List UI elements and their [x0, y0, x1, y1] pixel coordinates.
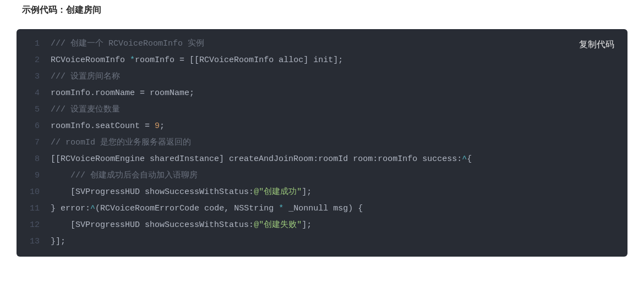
copy-code-button[interactable]: 复制代码	[579, 39, 614, 51]
code-block: 复制代码 12345678910111213 /// 创建一个 RCVoiceR…	[17, 29, 627, 257]
line-number: 2	[30, 52, 40, 69]
code-line: [SVProgressHUD showSuccessWithStatus:@"创…	[51, 184, 614, 201]
line-number: 5	[30, 102, 40, 118]
code-content[interactable]: /// 创建一个 RCVoiceRoomInfo 实例RCVoiceRoomIn…	[51, 36, 627, 250]
code-line: /// 设置麦位数量	[51, 102, 614, 118]
code-line: } error:^(RCVoiceRoomErrorCode code, NSS…	[51, 201, 614, 217]
line-number: 9	[30, 168, 40, 184]
line-number: 1	[30, 36, 40, 52]
section-title: 示例代码：创建房间	[22, 4, 627, 16]
line-number: 13	[30, 234, 40, 250]
code-line: [SVProgressHUD showSuccessWithStatus:@"创…	[51, 217, 614, 234]
line-number: 6	[30, 118, 40, 135]
code-line: [[RCVoiceRoomEngine sharedInstance] crea…	[51, 151, 614, 168]
line-number: 7	[30, 135, 40, 151]
code-line: RCVoiceRoomInfo *roomInfo = [[RCVoiceRoo…	[51, 52, 614, 69]
code-line: roomInfo.roomName = roomName;	[51, 85, 614, 102]
line-number: 8	[30, 151, 40, 168]
line-number-gutter: 12345678910111213	[17, 36, 51, 250]
code-line: roomInfo.seatCount = 9;	[51, 118, 614, 135]
code-line: /// 创建成功后会自动加入语聊房	[51, 168, 614, 184]
line-number: 3	[30, 69, 40, 85]
code-line: /// 设置房间名称	[51, 69, 614, 85]
line-number: 10	[30, 184, 40, 201]
line-number: 11	[30, 201, 40, 217]
line-number: 12	[30, 217, 40, 234]
code-line: // roomId 是您的业务服务器返回的	[51, 135, 614, 151]
code-line: /// 创建一个 RCVoiceRoomInfo 实例	[51, 36, 614, 52]
code-line: }];	[51, 234, 614, 250]
line-number: 4	[30, 85, 40, 102]
